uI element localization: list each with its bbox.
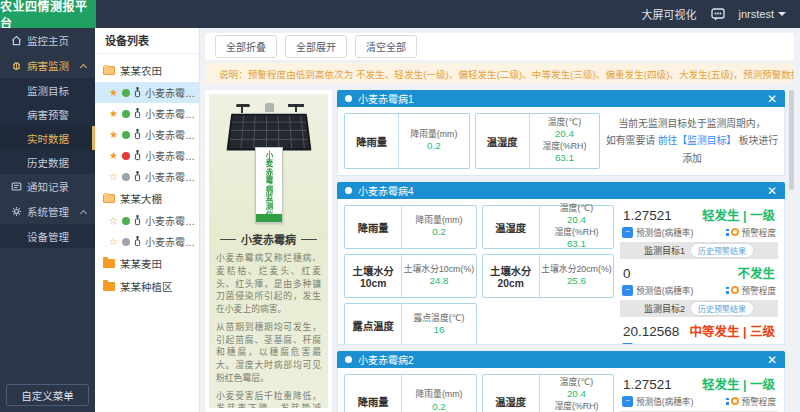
close-icon[interactable]: ✕ bbox=[767, 185, 777, 197]
tree-item-device[interactable]: ★ 小麦赤霉病4 bbox=[95, 145, 199, 166]
sidebar-item-system-manage[interactable]: 系统管理 bbox=[0, 199, 95, 224]
device-list-panel: 设备列表 某某农田 ★ 小麦赤霉病1 ★ 小麦赤霉病2 ★ bbox=[95, 28, 200, 412]
alert-level-icon bbox=[726, 397, 739, 405]
tree-group-wheatfield[interactable]: 某某麦田 bbox=[95, 252, 199, 275]
disease-info-card: 小麦赤霉病监测仪 小麦赤霉病 小麦赤霉病又称烂穗病、麦秸枯、烂麦头、红麦头、红头… bbox=[205, 90, 332, 412]
sidebar: 监控主页 病害监测 监测目标 病害预警 实时数据 历史数据 通知记录 系统管理 … bbox=[0, 28, 95, 412]
favorite-star-icon[interactable]: ☆ bbox=[108, 236, 119, 247]
favorite-star-icon[interactable]: ★ bbox=[108, 150, 119, 161]
chart-icon: ~ bbox=[622, 343, 633, 346]
device-label: 小麦赤霉病监... bbox=[145, 234, 199, 249]
device-label: 小麦赤霉病4 bbox=[145, 148, 199, 163]
message-icon[interactable] bbox=[711, 8, 725, 21]
sidebar-item-disease-monitor[interactable]: 病害监测 bbox=[0, 53, 95, 78]
favorite-star-icon[interactable]: ★ bbox=[108, 129, 119, 140]
metric-temp-humidity: 温湿度 温度(℃) 20.4 湿度(%RH) 63.1 bbox=[475, 113, 601, 169]
sidebar-item-history-data[interactable]: 历史数据 bbox=[0, 150, 95, 174]
warning-banner: 说明：预警程度由低到高依次为 不发生、轻发生(一级)、偏轻发生(二级)、中等发生… bbox=[205, 63, 794, 84]
status-dot bbox=[122, 217, 130, 225]
sidebar-item-disease-warning[interactable]: 病害预警 bbox=[0, 102, 95, 126]
tree-item-device[interactable]: ★ 小麦赤霉病2 bbox=[95, 103, 199, 124]
favorite-star-icon[interactable]: ☆ bbox=[108, 215, 119, 226]
warning-text: 说明：预警程度由低到高依次为 不发生、轻发生(一级)、偏轻发生(二级)、中等发生… bbox=[219, 67, 794, 81]
clear-all-button[interactable]: 清空全部 bbox=[355, 35, 417, 58]
device-panel-1: 小麦赤霉病1 ✕ 降雨量 降雨量(mm) 0.2 bbox=[337, 90, 785, 176]
prediction-block: 20.12568 中等发生 | 三级 ~预测值(病穗率) 预警程度 bbox=[620, 321, 778, 345]
notification-icon bbox=[10, 181, 22, 192]
sidebar-item-label: 历史数据 bbox=[27, 155, 69, 170]
device-tree: 某某农田 ★ 小麦赤霉病1 ★ 小麦赤霉病2 ★ 小麦赤霉病3 ★ bbox=[95, 54, 199, 298]
close-icon[interactable]: ✕ bbox=[767, 354, 777, 366]
collapse-all-button[interactable]: 全部折叠 bbox=[215, 35, 277, 58]
panel-header: 小麦赤霉病1 ✕ bbox=[337, 90, 785, 107]
metric-dew-point: 露点温度 露点温度(℃) 16 bbox=[344, 303, 477, 345]
group-label: 某某种植区 bbox=[120, 279, 173, 294]
tree-item-device[interactable]: ☆ 小麦赤霉病监... bbox=[95, 210, 199, 231]
sidebar-item-label: 通知记录 bbox=[27, 179, 69, 194]
history-warning-button[interactable]: 历史预警结果 bbox=[690, 301, 754, 316]
folder-icon bbox=[103, 259, 115, 268]
favorite-star-icon[interactable]: ★ bbox=[108, 108, 119, 119]
device-label: 小麦赤霉病监... bbox=[145, 213, 199, 228]
device-label: 小麦赤霉病1 bbox=[145, 85, 199, 100]
favorite-star-icon[interactable]: ☆ bbox=[108, 171, 119, 182]
monitor-target-bar: 监测目标2 历史预警结果 bbox=[620, 300, 778, 317]
folder-icon bbox=[103, 194, 115, 203]
sidebar-item-realtime-data[interactable]: 实时数据 bbox=[0, 126, 95, 150]
sidebar-item-home[interactable]: 监控主页 bbox=[0, 28, 95, 53]
main-content: 全部折叠 全部展开 清空全部 说明：预警程度由低到高依次为 不发生、轻发生(一级… bbox=[200, 28, 800, 412]
panel-title: 小麦赤霉病2 bbox=[358, 352, 414, 367]
metric-rainfall: 降雨量 降雨量(mm) 0.2 bbox=[344, 205, 477, 249]
tree-item-device[interactable]: ☆ 小麦赤霉病5 bbox=[95, 166, 199, 187]
no-target-notice: 当前无监测目标处于监测周期内， 如有需要请 前往【监测目标】 板块进行添加 bbox=[606, 115, 778, 166]
chevron-up-icon bbox=[80, 63, 87, 70]
panel-title: 小麦赤霉病1 bbox=[358, 91, 414, 106]
online-dot-icon bbox=[345, 356, 352, 363]
device-vertical-label: 小麦赤霉病监测仪 bbox=[263, 151, 274, 222]
scrollbar[interactable] bbox=[789, 90, 794, 412]
sidebar-item-label: 病害预警 bbox=[27, 107, 69, 122]
prediction-value: 20.12568 bbox=[623, 324, 679, 339]
status-dot bbox=[122, 152, 130, 160]
scrollbar-thumb[interactable] bbox=[789, 90, 794, 190]
metric-temp-humidity: 温湿度 温度(℃) 20.4 湿度(%RH) 63.1 bbox=[482, 205, 615, 249]
folder-icon bbox=[103, 66, 115, 75]
status-dot bbox=[122, 173, 130, 181]
folder-icon bbox=[103, 282, 115, 291]
prediction-value: 1.27521 bbox=[623, 377, 672, 392]
device-icon bbox=[133, 150, 142, 161]
chart-icon: ~ bbox=[622, 285, 633, 296]
target-label: 监测目标2 bbox=[644, 302, 685, 315]
device-icon bbox=[133, 129, 142, 140]
device-panels: 小麦赤霉病1 ✕ 降雨量 降雨量(mm) 0.2 bbox=[337, 90, 785, 412]
status-dot bbox=[122, 89, 130, 97]
history-warning-button[interactable]: 历史预警结果 bbox=[690, 243, 754, 258]
big-screen-link[interactable]: 大屏可视化 bbox=[642, 6, 697, 22]
tree-item-device[interactable]: ★ 小麦赤霉病3 bbox=[95, 124, 199, 145]
expand-all-button[interactable]: 全部展开 bbox=[285, 35, 347, 58]
prediction-block: 1.27521 轻发生 | 一级 ~预测值(病穗率) 预警程度 bbox=[620, 205, 778, 238]
goto-monitor-target-link[interactable]: 前往【监测目标】 bbox=[658, 135, 736, 146]
sidebar-item-notify-record[interactable]: 通知记录 bbox=[0, 174, 95, 199]
tree-group-farm[interactable]: 某某农田 bbox=[95, 59, 199, 82]
tree-group-greenhouse[interactable]: 某某大棚 bbox=[95, 187, 199, 210]
disease-title: 小麦赤霉病 bbox=[220, 231, 317, 247]
sidebar-item-label: 病害监测 bbox=[27, 58, 69, 73]
close-icon[interactable]: ✕ bbox=[767, 93, 777, 105]
online-dot-icon bbox=[345, 95, 352, 102]
favorite-star-icon[interactable]: ★ bbox=[108, 87, 119, 98]
metric-soil-20cm: 土壤水分20cm 土壤水分20cm(%) 25.6 bbox=[482, 254, 615, 298]
sidebar-item-monitor-target[interactable]: 监测目标 bbox=[0, 78, 95, 102]
tree-item-device[interactable]: ★ 小麦赤霉病1 bbox=[95, 82, 199, 103]
user-menu[interactable]: jnrstest bbox=[739, 8, 786, 20]
device-icon bbox=[133, 108, 142, 119]
monitoring-station-image: 小麦赤霉病监测仪 bbox=[224, 102, 314, 223]
custom-menu-button[interactable]: 自定义菜单 bbox=[6, 384, 89, 406]
tree-group-plantation[interactable]: 某某种植区 bbox=[95, 275, 199, 298]
panel-header: 小麦赤霉病4 ✕ bbox=[337, 182, 785, 199]
device-icon bbox=[133, 215, 142, 226]
sidebar-item-device-manage[interactable]: 设备管理 bbox=[0, 224, 95, 248]
alert-level-icon bbox=[726, 228, 739, 236]
panel-title: 小麦赤霉病4 bbox=[358, 183, 414, 198]
tree-item-device[interactable]: ☆ 小麦赤霉病监... bbox=[95, 231, 199, 252]
